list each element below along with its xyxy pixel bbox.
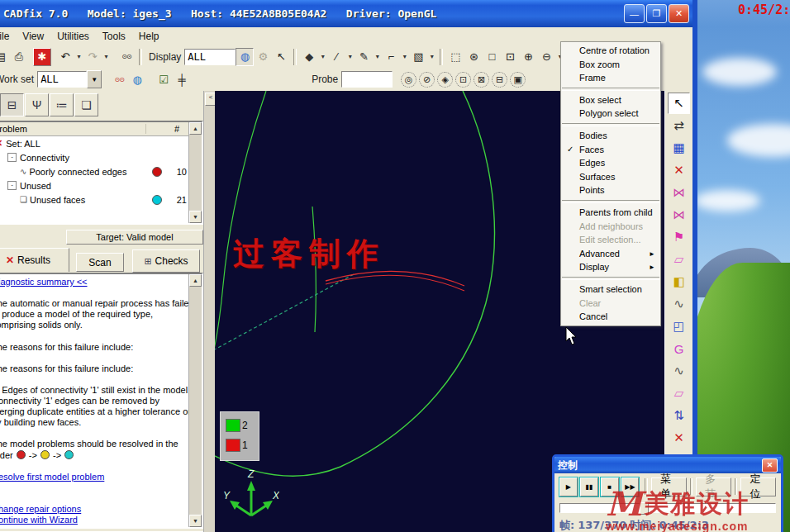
probe-body-button[interactable]: ⊠ (474, 72, 489, 88)
checklist-icon[interactable]: ☑ (155, 70, 173, 88)
flip-arrows-icon[interactable]: ⇄ (668, 115, 690, 136)
menu-item-smart-selection[interactable]: Smart selection (561, 283, 660, 297)
pointer-icon[interactable]: ↖ (272, 48, 290, 66)
menu-item-edges[interactable]: Edges (561, 156, 660, 170)
menu-file[interactable]: File (0, 29, 16, 44)
menu-help[interactable]: Help (132, 29, 166, 44)
edge-curve-icon[interactable]: ∿ (668, 293, 690, 315)
probe-face-button[interactable]: ⊡ (455, 72, 471, 88)
orbit-icon[interactable]: ⊛ (464, 48, 483, 66)
probe-input[interactable] (341, 71, 393, 88)
globe-color-icon[interactable]: ◍ (128, 70, 146, 88)
tree-row[interactable]: ∿Poorly connected edges10 (0, 164, 188, 178)
undo-icon[interactable]: ↶ (56, 48, 74, 66)
tree-row[interactable]: -Connectivity (0, 150, 188, 164)
binoculars-icon[interactable]: ⊙⊙ (117, 48, 136, 66)
diagnostic-link[interactable]: Resolve first model problem (0, 472, 188, 482)
probe-point-button[interactable]: ◎ (401, 72, 416, 88)
panel-divider[interactable]: < (203, 91, 216, 532)
geometry-mesh-icon[interactable]: G (668, 338, 690, 359)
binoculars-color-icon[interactable]: ⊙⊙ (110, 70, 128, 88)
caliper-icon[interactable]: ╪ (173, 70, 191, 88)
tab-notes[interactable]: ❏ (74, 93, 98, 116)
probe-clear-button[interactable]: ⊟ (492, 72, 507, 88)
solid-body-icon[interactable]: ◧ (668, 271, 690, 292)
menu-item-box-zoom[interactable]: Box zoom (561, 58, 660, 72)
collapse-edges-icon[interactable]: ⋈ (668, 182, 690, 203)
pause-button[interactable]: ▮▮ (580, 477, 598, 496)
pencil-tool-dropdown-icon[interactable]: ▾ (373, 48, 382, 66)
table-grid-icon[interactable]: ▦ (668, 137, 690, 159)
spline-curve-icon[interactable]: ∿ (668, 360, 690, 382)
menu-item-surfaces[interactable]: Surfaces (561, 170, 660, 184)
line-tool-icon[interactable]: ∕ (327, 48, 345, 66)
probe-center-button[interactable]: ▣ (510, 72, 526, 88)
play-button[interactable]: ▶ (559, 477, 578, 496)
control-panel-titlebar[interactable]: 控制 ✕ (554, 457, 781, 473)
box-zoom-icon[interactable]: □ (483, 48, 501, 66)
gear-icon[interactable]: ⚙ (254, 48, 272, 66)
menu-item-cancel[interactable]: Cancel (561, 310, 660, 324)
zoom-window-icon[interactable]: ⊡ (501, 48, 519, 66)
collapse-faces-icon[interactable]: ⋈ (668, 204, 690, 226)
flag-face-icon[interactable]: ⚑ (668, 226, 690, 248)
scroll-up-icon[interactable]: ▲ (189, 122, 202, 135)
tab-structure[interactable]: ⊟ (0, 93, 24, 116)
tab-tools[interactable]: ≔ (50, 93, 74, 116)
tab-results[interactable]: ✕ Results (0, 248, 69, 272)
diagnostic-scrollbar[interactable]: ▲ ▼ (188, 274, 202, 527)
diagnostic-link[interactable]: Diagnostic summary << (0, 277, 188, 287)
globe-icon[interactable]: ◍ (236, 48, 254, 66)
menu-item-faces[interactable]: ✓Faces (561, 143, 660, 157)
close-button[interactable]: ✕ (669, 4, 689, 23)
save-icon[interactable]: ▤ (0, 48, 10, 66)
select-cursor-icon[interactable]: ↖ (668, 93, 690, 114)
line-tool-dropdown-icon[interactable]: ▾ (345, 48, 355, 66)
point-tool-dropdown-icon[interactable]: ▾ (318, 48, 327, 66)
tree-row[interactable]: -Unused (0, 178, 188, 192)
swap-vertical-icon[interactable]: ⇅ (668, 405, 690, 426)
undo-dropdown-icon[interactable]: ▾ (74, 48, 83, 66)
corner-tool-dropdown-icon[interactable]: ▾ (400, 48, 409, 66)
scan-button[interactable]: Scan (76, 253, 124, 272)
maximize-button[interactable]: ❐ (646, 4, 667, 23)
print-icon[interactable]: ⎙ (10, 48, 28, 66)
menu-item-centre-of-rotation[interactable]: Centre of rotation (561, 44, 660, 58)
diagnostic-link[interactable]: Continue with Wizard (0, 515, 188, 525)
surface-patch-icon[interactable]: ▱ (668, 249, 690, 270)
workset-select[interactable]: ALL▼ (37, 70, 102, 88)
probe-line-button[interactable]: ⊘ (419, 72, 435, 88)
menu-item-display[interactable]: Display► (561, 260, 660, 274)
redo-dropdown-icon[interactable]: ▾ (102, 48, 111, 66)
tree-expander-icon[interactable]: - (7, 153, 17, 162)
scroll-down-icon[interactable]: ▼ (189, 515, 202, 527)
menu-item-polygon-select[interactable]: Polygon select (561, 107, 660, 121)
zoom-out-icon[interactable]: ⊖ (537, 48, 555, 66)
minimize-button[interactable]: — (624, 4, 645, 23)
tree-row[interactable]: ✕Set: ALL (0, 136, 188, 150)
corner-tool-icon[interactable]: ⌐ (382, 48, 400, 66)
menu-utilities[interactable]: Utilities (50, 29, 96, 44)
delete-x-icon[interactable]: ✕ (668, 159, 690, 181)
target-button[interactable]: Target: Valid model (66, 230, 203, 245)
point-tool-icon[interactable]: ◆ (300, 48, 318, 66)
stop-hand-icon[interactable]: ✱ (33, 48, 51, 66)
title-bar[interactable]: CADfix 7.0 Model: iges_3 Host: 44E52A8B0… (0, 0, 697, 27)
tree-row[interactable]: ❏Unused faces21 (0, 192, 188, 207)
tree-header-count[interactable]: # (165, 124, 188, 134)
tree-expander-icon[interactable]: - (7, 181, 17, 190)
menu-item-parents-from-child[interactable]: Parents from child (561, 206, 660, 220)
menu-item-points[interactable]: Points (561, 183, 660, 197)
redo-icon[interactable]: ↷ (83, 48, 102, 66)
zoom-in-icon[interactable]: ⊕ (519, 48, 537, 66)
tree-scrollbar[interactable]: ▲ ▼ (188, 122, 202, 223)
surface-arrow-icon[interactable]: ◰ (668, 316, 690, 337)
diagnostic-link[interactable]: Change repair options (0, 504, 188, 515)
close-icon[interactable]: ✕ (762, 458, 778, 473)
menu-tools[interactable]: Tools (96, 29, 132, 44)
tab-checks[interactable]: ⊞ Checks (132, 249, 200, 273)
rubber-band-select-icon[interactable]: ⬚ (446, 48, 464, 66)
menu-item-advanced[interactable]: Advanced► (561, 247, 660, 261)
cube-tool-dropdown-icon[interactable]: ▾ (427, 48, 436, 66)
menu-item-bodies[interactable]: Bodies (561, 129, 660, 143)
